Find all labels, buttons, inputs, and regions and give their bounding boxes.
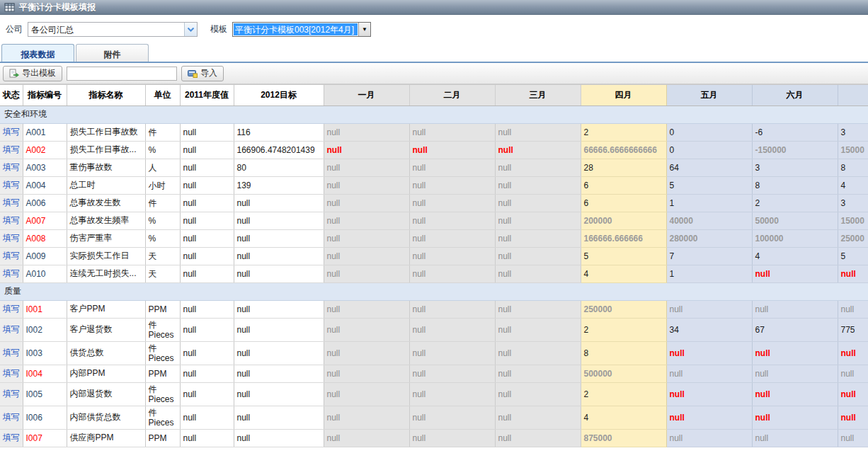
month-value: null xyxy=(413,325,426,335)
column-header-六月[interactable]: 六月 xyxy=(752,85,838,105)
target2012-cell: 166906.4748201439 xyxy=(234,141,324,159)
month-value: null xyxy=(498,163,512,173)
table-row: 填写I006内部供货总数件 Piecesnullnullnullnullnull… xyxy=(0,406,868,429)
indicator-code-cell: A003 xyxy=(23,159,67,176)
month-value-cell: null xyxy=(324,159,409,176)
fill-link[interactable]: 填写 xyxy=(3,233,20,243)
month-value-cell: null xyxy=(752,406,838,429)
indicator-name-cell: 总事故发生频率 xyxy=(67,212,145,229)
month-value-cell: 166666.666666 xyxy=(581,229,666,247)
month-value-cell: 775 xyxy=(838,318,868,341)
column-header-三月[interactable]: 三月 xyxy=(495,85,581,105)
indicator-code-cell: A004 xyxy=(23,176,67,194)
month-value: 100000 xyxy=(755,234,784,244)
fill-link[interactable]: 填写 xyxy=(3,144,20,154)
fill-link[interactable]: 填写 xyxy=(3,389,20,399)
template-select-value: 平衡计分卡模板003[2012年4月] xyxy=(234,23,358,35)
dropdown-arrow-icon[interactable]: ▼ xyxy=(358,23,370,36)
column-header-状态[interactable]: 状态 xyxy=(0,85,23,105)
column-header-partial[interactable] xyxy=(838,85,868,105)
column-header-2012目标[interactable]: 2012目标 xyxy=(234,85,324,105)
month-value-cell: null xyxy=(409,365,495,382)
month-value: null xyxy=(841,413,856,423)
target2012-cell: null xyxy=(234,318,324,341)
month-value: null xyxy=(755,389,770,399)
month-value-cell: null xyxy=(409,194,495,212)
month-value: null xyxy=(498,127,512,137)
month-value-cell: null xyxy=(495,318,581,341)
month-value-cell: null xyxy=(666,406,752,429)
fill-link[interactable]: 填写 xyxy=(3,304,20,314)
indicator-code-cell: A002 xyxy=(23,141,67,159)
status-cell: 填写 xyxy=(0,229,23,247)
import-file-input[interactable] xyxy=(67,67,177,81)
month-value-cell: null xyxy=(495,123,581,141)
fill-link[interactable]: 填写 xyxy=(3,127,20,137)
column-header-一月[interactable]: 一月 xyxy=(324,85,409,105)
month-value-cell: null xyxy=(838,429,868,447)
fill-link[interactable]: 填写 xyxy=(3,433,20,442)
year2011-value-cell: null xyxy=(180,318,234,341)
status-cell: 填写 xyxy=(0,341,23,365)
fill-link[interactable]: 填写 xyxy=(3,324,20,334)
month-value: null xyxy=(841,348,856,358)
month-value-cell: 5 xyxy=(666,176,752,194)
fill-link[interactable]: 填写 xyxy=(3,251,20,261)
fill-link[interactable]: 填写 xyxy=(3,180,20,190)
status-cell: 填写 xyxy=(0,194,23,212)
page-title: 平衡计分卡模板填报 xyxy=(19,1,96,13)
year2011-value-cell: null xyxy=(180,406,234,429)
indicator-name-cell: 伤害严重率 xyxy=(67,229,145,247)
chevron-down-icon[interactable] xyxy=(184,23,197,36)
month-value: null xyxy=(413,433,426,443)
fill-link[interactable]: 填写 xyxy=(3,268,20,278)
month-value-cell: 1 xyxy=(666,265,752,282)
month-value-cell: 0 xyxy=(666,123,752,141)
column-header-单位[interactable]: 单位 xyxy=(145,85,180,105)
month-value-cell: null xyxy=(409,300,495,318)
month-value: null xyxy=(755,269,770,279)
column-header-指标名称[interactable]: 指标名称 xyxy=(67,85,145,105)
fill-link[interactable]: 填写 xyxy=(3,348,20,357)
target2012-cell: null xyxy=(234,429,324,447)
template-select[interactable]: 平衡计分卡模板003[2012年4月] ▼ xyxy=(232,22,371,37)
month-value: null xyxy=(413,348,426,358)
month-value-cell: null xyxy=(409,247,495,265)
month-value: null xyxy=(755,413,770,423)
column-header-五月[interactable]: 五月 xyxy=(666,85,752,105)
fill-link[interactable]: 填写 xyxy=(3,197,20,207)
column-header-指标编号[interactable]: 指标编号 xyxy=(23,85,67,105)
month-value-cell: null xyxy=(409,265,495,282)
month-value-cell: 50000 xyxy=(752,212,838,229)
year2011-value-cell: null xyxy=(180,247,234,265)
month-value-cell: null xyxy=(324,265,409,282)
app-window: 平衡计分卡模板填报 公司 各公司汇总 模板 平衡计分卡模板003[2012年4月… xyxy=(0,0,868,458)
tab-attachments[interactable]: 附件 xyxy=(76,44,149,62)
company-select[interactable]: 各公司汇总 xyxy=(28,22,198,37)
tab-report-data[interactable]: 报表数据 xyxy=(1,44,74,62)
export-template-button[interactable]: 导出模板 xyxy=(3,66,62,81)
column-header-四月[interactable]: 四月 xyxy=(581,85,666,105)
fill-link[interactable]: 填写 xyxy=(3,368,20,378)
indicator-name-cell: 损失工作日事故... xyxy=(67,141,145,159)
month-value-cell: null xyxy=(409,176,495,194)
column-header-二月[interactable]: 二月 xyxy=(409,85,495,105)
fill-link[interactable]: 填写 xyxy=(3,162,20,172)
month-value: -6 xyxy=(755,127,763,137)
fill-link[interactable]: 填写 xyxy=(3,215,20,225)
table-row: 填写A009实际损失工作日天nullnullnullnullnull5745 xyxy=(0,247,868,265)
fill-link[interactable]: 填写 xyxy=(3,412,20,422)
export-template-label: 导出模板 xyxy=(22,67,56,79)
month-value-cell: 64 xyxy=(666,159,752,176)
unit-cell: 件 Pieces xyxy=(145,406,180,429)
month-value-cell: null xyxy=(495,382,581,406)
indicator-name-cell: 重伤事故数 xyxy=(67,159,145,176)
month-value-cell: 2 xyxy=(581,123,666,141)
month-value: 875000 xyxy=(584,433,612,443)
column-header-2011年度值[interactable]: 2011年度值 xyxy=(180,85,234,105)
month-value-cell: 2 xyxy=(752,194,838,212)
month-value: 34 xyxy=(670,325,679,335)
table-row: 填写A008伤害严重率%nullnullnullnullnull166666.6… xyxy=(0,229,868,247)
month-value: 15000 xyxy=(841,145,864,155)
import-button[interactable]: 导入 xyxy=(181,66,224,81)
